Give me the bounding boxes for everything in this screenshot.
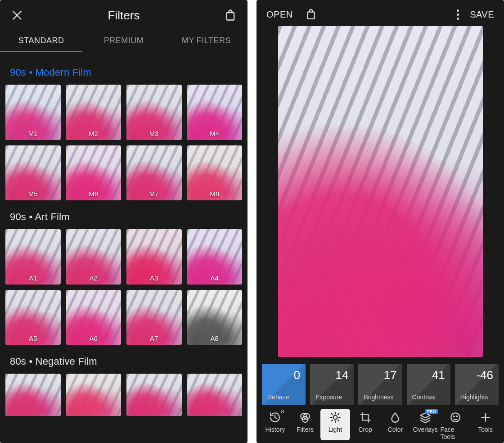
filter-label: M5 xyxy=(5,190,61,198)
filter-thumbnail[interactable]: A6 xyxy=(66,290,122,345)
color-icon xyxy=(389,411,401,423)
filter-thumbnail[interactable] xyxy=(126,374,182,416)
image-preview[interactable] xyxy=(278,26,483,357)
svg-line-17 xyxy=(338,414,339,415)
open-button[interactable]: OPEN xyxy=(266,9,293,20)
tool-light[interactable]: Light xyxy=(320,409,351,440)
filter-thumbnail[interactable]: A3 xyxy=(126,229,182,285)
svg-line-5 xyxy=(275,417,276,418)
slider-contrast[interactable]: 41Contrast xyxy=(407,364,450,405)
filter-thumbnail[interactable]: M6 xyxy=(66,145,122,201)
slider-label: Exposure xyxy=(315,393,348,401)
svg-line-16 xyxy=(332,420,333,421)
tool-filters[interactable]: Filters xyxy=(290,411,320,440)
history-icon xyxy=(269,411,281,423)
page-title: Filters xyxy=(108,9,140,23)
filter-thumbnail[interactable]: M5 xyxy=(5,145,61,201)
filter-thumbnail[interactable]: M7 xyxy=(126,145,182,201)
tool-label: Color xyxy=(388,426,403,433)
filter-label: M4 xyxy=(187,130,243,137)
close-icon[interactable] xyxy=(10,8,24,23)
filter-thumbnail[interactable]: M3 xyxy=(126,85,182,140)
slider-exposure[interactable]: 14Exposure xyxy=(310,364,354,405)
svg-rect-2 xyxy=(227,13,234,20)
slider-label: Brightness xyxy=(364,393,396,401)
filter-section-title[interactable]: 80s • Negative Film xyxy=(0,345,248,374)
bottom-toolbar: History8FiltersLightCropColorOverlaysPRO… xyxy=(256,405,504,443)
svg-line-15 xyxy=(338,420,339,421)
filter-thumbnail[interactable]: A7 xyxy=(126,290,182,345)
filter-thumbnail[interactable]: M8 xyxy=(187,145,243,201)
svg-point-9 xyxy=(333,416,338,420)
filter-section-title[interactable]: 90s • Art Film xyxy=(0,200,248,229)
tool-face[interactable]: Face Tools xyxy=(441,411,471,440)
tool-color[interactable]: Color xyxy=(380,411,410,440)
filter-label: A5 xyxy=(5,335,61,342)
tab-myfilters[interactable]: MY FILTERS xyxy=(165,28,248,52)
slider-label: Highlights xyxy=(460,393,493,401)
filter-label: M2 xyxy=(66,130,122,137)
filter-thumbnail[interactable]: A8 xyxy=(187,290,243,345)
editor-panel: OPEN SAVE 0Dehaze14Exposure17Bri xyxy=(256,0,504,443)
filter-label: M6 xyxy=(66,190,122,198)
slider-label: Contrast xyxy=(412,393,445,401)
filter-label: M8 xyxy=(187,190,243,198)
filter-thumbnail[interactable]: A5 xyxy=(5,290,61,345)
filter-thumbnail[interactable]: A1 xyxy=(5,229,61,285)
tool-label: Light xyxy=(328,426,342,433)
svg-point-21 xyxy=(456,416,457,417)
filter-thumbnail[interactable] xyxy=(5,374,61,416)
filter-label: A2 xyxy=(66,274,122,282)
history-count-badge: 8 xyxy=(281,409,284,414)
light-icon xyxy=(329,411,341,423)
tab-standard[interactable]: STANDARD xyxy=(0,28,82,52)
slider-dehaze[interactable]: 0Dehaze xyxy=(262,364,306,405)
slider-value: 41 xyxy=(412,368,445,382)
tool-crop[interactable]: Crop xyxy=(350,411,380,440)
tools-icon xyxy=(480,411,491,423)
slider-brightness[interactable]: 17Brightness xyxy=(358,364,402,405)
filter-label: M7 xyxy=(126,190,182,198)
filter-thumbnail[interactable]: M1 xyxy=(5,85,61,140)
tool-label: Face Tools xyxy=(441,426,471,440)
filter-thumbnail[interactable]: A2 xyxy=(66,229,122,285)
tab-premium[interactable]: PREMIUM xyxy=(82,28,165,52)
filter-thumbnail[interactable]: M4 xyxy=(187,85,243,140)
slider-highlights[interactable]: -46Highlights xyxy=(455,364,499,405)
filter-tabs: STANDARD PREMIUM MY FILTERS xyxy=(0,28,248,52)
shop-icon[interactable] xyxy=(223,8,238,23)
face-icon xyxy=(450,411,461,423)
tool-label: History xyxy=(266,426,285,433)
filter-label: M1 xyxy=(5,130,61,137)
tool-tools[interactable]: Tools xyxy=(470,411,500,440)
crop-icon xyxy=(360,411,371,423)
more-icon[interactable] xyxy=(457,9,459,20)
tool-overlays[interactable]: OverlaysPRO xyxy=(410,411,441,440)
slider-label: Dehaze xyxy=(267,393,300,401)
slider-value: 14 xyxy=(315,368,348,382)
filters-scroll[interactable]: 90s • Modern FilmM1M2M3M4M5M6M7M890s • A… xyxy=(0,52,248,416)
filter-label: A3 xyxy=(126,274,182,282)
tool-label: Filters xyxy=(297,426,314,433)
svg-rect-3 xyxy=(307,12,314,19)
filter-thumbnail[interactable] xyxy=(187,374,243,416)
tool-label: Overlays xyxy=(413,426,438,433)
filter-label: A4 xyxy=(187,274,243,282)
filter-thumbnail[interactable] xyxy=(66,374,122,416)
filter-thumbnail[interactable]: A4 xyxy=(187,229,243,285)
slider-value: -46 xyxy=(460,368,493,382)
filter-label: M3 xyxy=(126,130,182,137)
slider-value: 17 xyxy=(364,368,396,382)
filter-label: A8 xyxy=(187,335,243,342)
filter-thumbnail[interactable]: M2 xyxy=(66,85,122,140)
shop-icon[interactable] xyxy=(304,7,318,22)
save-button[interactable]: SAVE xyxy=(470,9,494,20)
svg-point-20 xyxy=(454,416,454,417)
filters-panel: Filters STANDARD PREMIUM MY FILTERS 90s … xyxy=(0,0,248,443)
filter-label: A7 xyxy=(126,335,182,342)
light-sliders-row[interactable]: 0Dehaze14Exposure17Brightness41Contrast-… xyxy=(256,358,504,405)
filters-icon xyxy=(299,411,311,423)
tool-label: Tools xyxy=(478,426,493,433)
tool-history[interactable]: History8 xyxy=(260,411,290,440)
filter-section-title[interactable]: 90s • Modern Film xyxy=(0,56,248,85)
